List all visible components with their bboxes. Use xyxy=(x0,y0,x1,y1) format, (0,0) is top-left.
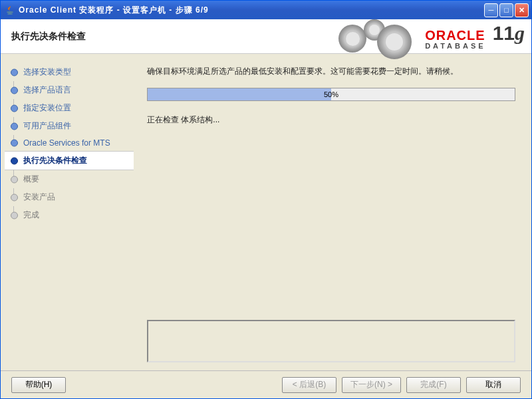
step-item[interactable]: 选择产品语言 xyxy=(5,81,134,99)
close-button[interactable]: ✕ xyxy=(515,3,529,17)
step-item[interactable]: 选择安装类型 xyxy=(5,63,134,81)
status-text: 正在检查 体系结构... xyxy=(147,114,515,126)
gear-icon xyxy=(377,25,412,59)
progress-bar: 50% xyxy=(147,88,515,101)
header-branding: ORACLE DATABASE 11g xyxy=(317,19,525,54)
step-item[interactable]: Oracle Services for MTS xyxy=(5,135,134,151)
page-title: 执行先决条件检查 xyxy=(11,31,86,43)
oracle-logo: ORACLE DATABASE 11g xyxy=(425,23,525,50)
finish-button: 完成(F) xyxy=(406,377,461,393)
installer-window: Oracle Client 安装程序 - 设置客户机 - 步骤 6/9 ─ □ … xyxy=(0,0,532,399)
brand-sub: DATABASE xyxy=(425,43,485,50)
next-button: 下一步(N) > xyxy=(342,377,401,393)
cancel-button[interactable]: 取消 xyxy=(466,377,521,393)
window-controls: ─ □ ✕ xyxy=(484,3,529,17)
gear-icon xyxy=(338,25,366,53)
header: 执行先决条件检查 ORACLE DATABASE 11g xyxy=(1,19,531,54)
gears-graphic xyxy=(317,19,417,54)
step-item: 完成 xyxy=(5,206,134,224)
step-item: 安装产品 xyxy=(5,188,134,206)
steps-sidebar: 选择安装类型选择产品语言指定安装位置可用产品组件Oracle Services … xyxy=(1,54,134,370)
main-panel: 确保目标环境满足所选产品的最低安装和配置要求。这可能需要花费一定时间。请稍候。 … xyxy=(134,54,531,370)
help-button[interactable]: 帮助(H) xyxy=(11,377,66,393)
instruction-text: 确保目标环境满足所选产品的最低安装和配置要求。这可能需要花费一定时间。请稍候。 xyxy=(147,66,515,77)
window-title: Oracle Client 安装程序 - 设置客户机 - 步骤 6/9 xyxy=(19,5,484,16)
log-panel xyxy=(147,320,515,362)
brand-version: 11g xyxy=(493,23,525,43)
step-item[interactable]: 可用产品组件 xyxy=(5,117,134,135)
back-button: < 后退(B) xyxy=(282,377,336,393)
brand-name: ORACLE xyxy=(425,29,485,42)
progress-percent-label: 50% xyxy=(148,88,515,100)
body: 选择安装类型选择产品语言指定安装位置可用产品组件Oracle Services … xyxy=(1,54,531,370)
step-item[interactable]: 指定安装位置 xyxy=(5,99,134,117)
footer: 帮助(H) < 后退(B) 下一步(N) > 完成(F) 取消 xyxy=(1,370,531,398)
minimize-button[interactable]: ─ xyxy=(484,3,498,17)
titlebar: Oracle Client 安装程序 - 设置客户机 - 步骤 6/9 ─ □ … xyxy=(1,1,531,19)
java-icon xyxy=(5,5,15,15)
step-item[interactable]: 执行先决条件检查 xyxy=(5,151,134,170)
step-item: 概要 xyxy=(5,170,134,188)
maximize-button[interactable]: □ xyxy=(499,3,513,17)
